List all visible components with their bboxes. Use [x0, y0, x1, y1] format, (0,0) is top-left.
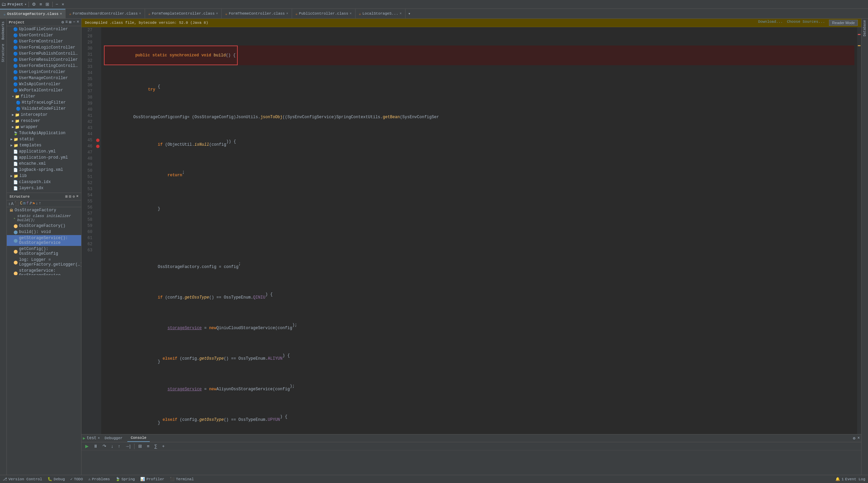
tree-logback-xml[interactable]: 📄 logback-spring.xml: [7, 167, 81, 173]
pause-btn[interactable]: ⏸: [92, 443, 100, 449]
tree-UserFormResultController[interactable]: 🔵 UserFormResultController: [7, 57, 81, 63]
more-tabs-btn[interactable]: ▾: [405, 10, 413, 18]
struct-close-icon[interactable]: ×: [76, 194, 78, 199]
tree-UploadFileController[interactable]: 🔵 UploadFileController: [7, 26, 81, 32]
tree-WxIsApiController[interactable]: 🔵 WxIsApiController: [7, 81, 81, 87]
tree-UserController[interactable]: 🔵 UserController: [7, 32, 81, 38]
tree-UserManageController[interactable]: 🔵 UserManageController: [7, 75, 81, 81]
tree-templates-folder[interactable]: ▶ 📁 templates: [7, 142, 81, 148]
tab-close-5[interactable]: ×: [400, 12, 402, 16]
settings-btn[interactable]: ⚙: [31, 1, 37, 7]
struct-item-getStorageService[interactable]: ⬤ getStorageService(): OssStorageService: [7, 235, 81, 246]
tree-HttpTraceLogFilter[interactable]: 🔵 HttpTraceLogFilter: [7, 100, 81, 106]
tab-debugger[interactable]: Debugger: [101, 435, 126, 442]
tab-PublicController[interactable]: ☕ PublicController.class ×: [292, 9, 356, 18]
event-icon: 🔔: [835, 477, 840, 481]
debug-status-item[interactable]: 🐛 Debug: [48, 477, 65, 481]
event-log-item[interactable]: 🔔 1 Event Log: [835, 477, 865, 481]
tab-FormThemeController[interactable]: ☕ FormThemeController.class ×: [222, 9, 292, 18]
dropdown-icon[interactable]: ▾: [24, 2, 26, 6]
debug-settings-icon[interactable]: ⚙: [853, 436, 855, 441]
choose-sources-link[interactable]: Choose Sources...: [787, 20, 825, 26]
tab-OssStorageFactory[interactable]: ☕ OssStorageFactory.class ×: [0, 9, 66, 18]
step-into-btn[interactable]: ↓: [109, 443, 115, 449]
struct-item-static-init[interactable]: ▸ static class initializer build();: [7, 213, 81, 223]
tree-UserFormPublishController[interactable]: 🔵 UserFormPublishController: [7, 51, 81, 57]
struct-item-constructor[interactable]: ⬤ OssStorageFactory(): [7, 223, 81, 229]
expand-all-icon[interactable]: ⊞: [66, 194, 68, 199]
code-editor[interactable]: public static synchronized void build() …: [101, 27, 857, 434]
version-control-item[interactable]: ⎇ Version Control: [3, 477, 42, 481]
show-threads-btn[interactable]: ≡: [145, 443, 151, 449]
struct-settings-icon[interactable]: ⚙: [73, 194, 75, 199]
structure-side-label[interactable]: Structure: [1, 42, 6, 64]
reader-mode-btn[interactable]: Reader Mode: [829, 20, 858, 26]
tab-close-4[interactable]: ×: [350, 12, 352, 16]
tree-UserFormLogicController[interactable]: 🔵 UserFormLogicController: [7, 44, 81, 51]
tab-console[interactable]: Console: [127, 434, 150, 442]
database-icon[interactable]: Database: [862, 19, 868, 38]
bookmarks-label[interactable]: Bookmarks: [1, 20, 6, 41]
debug-session-close[interactable]: ×: [98, 436, 100, 440]
resume-btn[interactable]: ▶: [84, 443, 90, 449]
problems-item[interactable]: ⚠ Problems: [88, 477, 110, 481]
tree-application-prod-yml[interactable]: 📄 application-prod.yml: [7, 155, 81, 161]
tree-ValidateCodeFilter[interactable]: 🔵 ValidateCodeFilter: [7, 106, 81, 112]
tree-classpath-idx[interactable]: 📄 classpath.idx: [7, 179, 81, 185]
tree-UserFormController[interactable]: 🔵 UserFormController: [7, 38, 81, 44]
spring-item[interactable]: 🍃 Spring: [115, 477, 135, 481]
show-frames-btn[interactable]: ⊞: [137, 443, 144, 449]
run-to-cursor-btn[interactable]: →|: [123, 443, 132, 449]
tree-UserFormSettingController[interactable]: 🔵 UserFormSettingController: [7, 63, 81, 69]
tree-static-folder[interactable]: ▶ 📁 static: [7, 136, 81, 142]
struct-item-OssStorageFactory[interactable]: 🏛 OssStorageFactory: [7, 207, 81, 213]
breakpoint-46[interactable]: [96, 145, 100, 148]
tree-resolver-folder[interactable]: ▶ 📁 resolver: [7, 118, 81, 124]
download-link[interactable]: Download...: [758, 20, 783, 26]
tab-close-3[interactable]: ×: [286, 12, 288, 16]
tree-WxPortalController[interactable]: 🔵 WxPortalController: [7, 87, 81, 93]
tab-LocalStorageS[interactable]: ☕ LocalStorageS... ×: [356, 9, 405, 18]
tree-UserLoginController[interactable]: 🔵 UserLoginController: [7, 69, 81, 75]
sort-icon[interactable]: ≡: [65, 20, 68, 25]
close-window-btn[interactable]: ×: [60, 1, 65, 7]
struct-item-log[interactable]: ⬤ log: Logger = LoggerFactory.getLogger(…: [7, 257, 81, 268]
code-container[interactable]: 2728293031 3233343536 3738394041 4243444…: [82, 27, 861, 434]
sort-btn[interactable]: ≡: [38, 1, 43, 7]
tab-close-1[interactable]: ×: [139, 12, 141, 16]
filter-icon[interactable]: ⊞: [69, 20, 71, 25]
tree-wrapper-folder[interactable]: ▶ 📁 wrapper: [7, 124, 81, 130]
step-over-btn[interactable]: ↷: [101, 443, 108, 449]
settings-icon[interactable]: ⚙: [61, 20, 64, 25]
sort-by-visibility-btn[interactable]: ↕: [8, 201, 10, 206]
collapse-all-icon[interactable]: ⊟: [69, 194, 71, 199]
close-icon[interactable]: ×: [77, 20, 79, 25]
struct-item-getConfig[interactable]: ⬤ getConfig(): OssStorageConfig: [7, 246, 81, 257]
tree-application-yml[interactable]: 📄 application.yml: [7, 148, 81, 155]
collapse-btn[interactable]: −: [55, 1, 59, 7]
struct-item-storageService[interactable]: ⬤ storageService: OssStorageService: [7, 268, 81, 275]
tab-FormDashboardController[interactable]: ☕ FormDashboardController.class ×: [66, 9, 145, 18]
tree-layers-idx[interactable]: 📄 layers.idx: [7, 185, 81, 191]
evaluate-btn[interactable]: ∑: [152, 443, 159, 449]
tab-close-0[interactable]: ×: [60, 12, 62, 16]
sort-alphabetically-btn[interactable]: A: [11, 201, 14, 206]
tree-ehcache-xml[interactable]: 📄 ehcache.xml: [7, 161, 81, 167]
profiler-item[interactable]: 📊 Profiler: [140, 477, 164, 481]
collapse-icon[interactable]: −: [73, 20, 75, 25]
breakpoint-45[interactable]: [96, 139, 100, 142]
terminal-item[interactable]: ⬛ Terminal: [170, 477, 194, 481]
tree-TduckApiApplication[interactable]: 🍃 TduckApiApplication: [7, 130, 81, 136]
debug-close-icon[interactable]: ×: [857, 436, 860, 441]
add-watch-btn[interactable]: +: [160, 443, 166, 449]
tree-lib-folder[interactable]: ▶ 📁 lib: [7, 173, 81, 179]
tree-label: static: [19, 137, 34, 142]
step-out-btn[interactable]: ↑: [116, 443, 122, 449]
tree-filter-folder[interactable]: ▾ 📁 filter: [7, 93, 81, 100]
tab-FormTemplateController[interactable]: ☕ FormTemplateController.class ×: [145, 9, 222, 18]
tree-interceptor-folder[interactable]: ▶ 📁 interceptor: [7, 112, 81, 118]
filter-btn[interactable]: ⊞: [44, 1, 50, 7]
todo-item[interactable]: ✓ TODO: [70, 477, 83, 481]
tab-close-2[interactable]: ×: [216, 12, 218, 16]
struct-item-build[interactable]: ⬤ build(): void: [7, 229, 81, 235]
